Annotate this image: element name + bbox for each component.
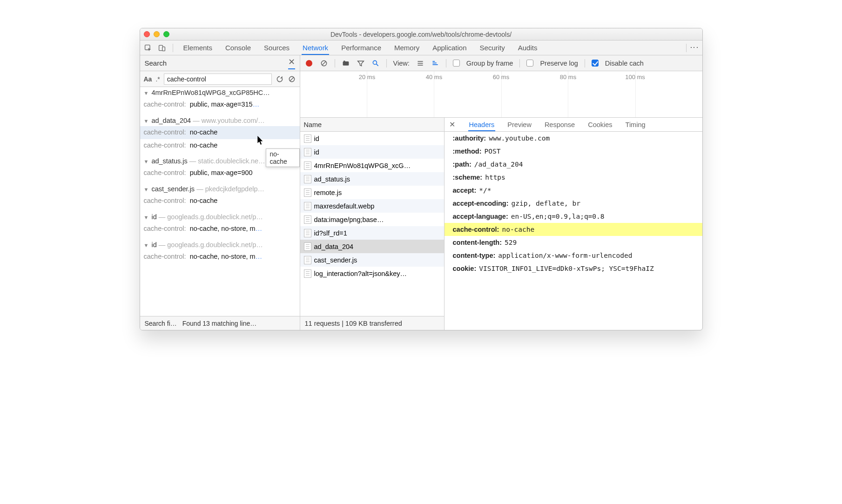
match-case-toggle[interactable]: Aa <box>144 75 152 83</box>
file-icon <box>304 175 311 183</box>
headers-list: :authority:www.youtube.com:method:POST:p… <box>445 132 702 330</box>
waterfall-tick: 80 ms <box>554 74 582 81</box>
network-panel: View: Group by frame Preserve log Disabl… <box>300 55 702 330</box>
header-row[interactable]: content-type:application/x-www-form-urle… <box>445 249 702 262</box>
record-button[interactable] <box>305 59 313 67</box>
tab-memory[interactable]: Memory <box>393 40 420 55</box>
header-row[interactable]: accept-encoding:gzip, deflate, br <box>445 197 702 210</box>
search-sidebar: Search ✕ Aa .* ▼ 4mrRnEPnWo81qWPG8_xcGP8… <box>140 55 300 330</box>
request-row[interactable]: id <box>300 145 444 159</box>
regex-toggle[interactable]: .* <box>155 75 160 83</box>
refresh-icon[interactable] <box>276 75 284 83</box>
file-icon <box>304 256 311 264</box>
search-result-line[interactable]: cache-control: public, max-age=900 <box>140 167 300 180</box>
header-row[interactable]: content-length:529 <box>445 236 702 249</box>
search-input[interactable] <box>164 74 272 85</box>
svg-line-6 <box>322 61 326 65</box>
svg-line-10 <box>376 64 378 66</box>
search-result-line[interactable]: cache-control: public, max-age=315… <box>140 98 300 111</box>
disable-cache-checkbox[interactable] <box>592 60 599 67</box>
request-row[interactable]: ad_status.js <box>300 172 444 186</box>
header-row[interactable]: :method:POST <box>445 145 702 158</box>
device-toolbar-icon[interactable] <box>158 44 166 52</box>
search-icon[interactable] <box>371 59 380 67</box>
search-header: Search ✕ <box>140 55 300 71</box>
tab-performance[interactable]: Performance <box>340 40 382 55</box>
search-result-line[interactable]: cache-control: no-cache <box>140 195 300 208</box>
devtools-window: DevTools - developers.google.com/web/too… <box>140 28 703 330</box>
tab-audits[interactable]: Audits <box>517 40 539 55</box>
more-menu-icon[interactable]: ⋮ <box>690 44 699 52</box>
clear-icon[interactable] <box>288 75 296 83</box>
search-result-file[interactable]: ▼ id — googleads.g.doubleclick.net/p… <box>140 239 300 250</box>
group-by-frame-label: Group by frame <box>466 60 513 67</box>
disable-cache-label: Disable cach <box>605 60 644 67</box>
filter-icon[interactable] <box>357 59 365 67</box>
inspect-icon[interactable] <box>144 44 152 52</box>
search-result-line[interactable]: cache-control: no-cache <box>140 126 300 139</box>
header-row[interactable]: cache-control:no-cache <box>445 223 702 236</box>
tab-elements[interactable]: Elements <box>182 40 214 55</box>
header-row[interactable]: accept-language:en-US,en;q=0.9,la;q=0.8 <box>445 210 702 223</box>
preserve-log-checkbox[interactable] <box>526 60 533 67</box>
tab-sources[interactable]: Sources <box>263 40 290 55</box>
waterfall-tick: 100 ms <box>621 74 649 81</box>
view-label: View: <box>393 60 410 67</box>
request-row[interactable]: cast_sender.js <box>300 253 444 267</box>
waterfall-tick: 40 ms <box>420 74 448 81</box>
file-icon <box>304 242 311 251</box>
search-footer-right: Found 13 matching line… <box>182 320 257 327</box>
request-row[interactable]: id?slf_rd=1 <box>300 226 444 240</box>
search-result-line[interactable]: cache-control: no-cache, no-store, m… <box>140 250 300 263</box>
main-toolbar: ElementsConsoleSourcesNetworkPerformance… <box>140 40 702 55</box>
large-rows-icon[interactable] <box>431 59 439 67</box>
search-result-line[interactable]: cache-control: no-cache, no-store, m… <box>140 222 300 235</box>
window-title: DevTools - developers.google.com/web/too… <box>140 31 702 38</box>
search-result-file[interactable]: ▼ cast_sender.js — pkedcjkdefgpdelp… <box>140 183 300 195</box>
tab-security[interactable]: Security <box>479 40 506 55</box>
header-row[interactable]: accept:*/* <box>445 184 702 197</box>
request-row[interactable]: maxresdefault.webp <box>300 199 444 213</box>
search-result-file[interactable]: ▼ 4mrRnEPnWo81qWPG8_xcGP85HC… <box>140 87 300 98</box>
svg-rect-7 <box>343 61 349 66</box>
details-tab-headers[interactable]: Headers <box>468 118 496 131</box>
details-tab-preview[interactable]: Preview <box>506 118 532 131</box>
details-tab-response[interactable]: Response <box>544 118 576 131</box>
clear-icon[interactable] <box>320 59 328 67</box>
waterfall-timeline[interactable]: 20 ms40 ms60 ms80 ms100 ms <box>300 71 702 118</box>
file-icon <box>304 188 311 197</box>
search-result-file[interactable]: ▼ ad_data_204 — www.youtube.com/… <box>140 115 300 126</box>
file-icon <box>304 161 311 170</box>
request-list-header[interactable]: Name <box>300 118 444 132</box>
details-tab-timing[interactable]: Timing <box>625 118 647 131</box>
preserve-log-label: Preserve log <box>540 60 578 67</box>
request-row[interactable]: ad_data_204 <box>300 240 444 253</box>
header-row[interactable]: :authority:www.youtube.com <box>445 132 702 145</box>
search-result-file[interactable]: ▼ id — googleads.g.doubleclick.net/p… <box>140 211 300 222</box>
group-by-frame-checkbox[interactable] <box>453 60 460 67</box>
file-icon <box>304 148 311 156</box>
request-list: Name idid4mrRnEPnWo81qWPG8_xcG…ad_status… <box>300 118 445 330</box>
close-icon[interactable]: ✕ <box>288 57 295 69</box>
request-row[interactable]: log_interaction?alt=json&key… <box>300 267 444 280</box>
file-icon <box>304 134 311 143</box>
tab-console[interactable]: Console <box>224 40 252 55</box>
waterfall-tick: 60 ms <box>487 74 515 81</box>
details-tab-cookies[interactable]: Cookies <box>587 118 613 131</box>
tab-application[interactable]: Application <box>431 40 467 55</box>
svg-rect-2 <box>162 47 165 51</box>
screenshot-icon[interactable] <box>342 59 350 67</box>
request-row[interactable]: remote.js <box>300 186 444 199</box>
request-row[interactable]: 4mrRnEPnWo81qWPG8_xcG… <box>300 159 444 172</box>
request-row[interactable]: id <box>300 132 444 145</box>
hover-tooltip: no-cache <box>266 148 300 167</box>
tab-network[interactable]: Network <box>302 40 329 55</box>
request-row[interactable]: data:image/png;base… <box>300 213 444 226</box>
header-row[interactable]: :path:/ad_data_204 <box>445 158 702 171</box>
header-row[interactable]: :scheme:https <box>445 171 702 184</box>
svg-line-4 <box>290 77 294 81</box>
close-details-icon[interactable]: ✕ <box>449 120 455 129</box>
list-view-icon[interactable] <box>416 59 424 67</box>
search-results: ▼ 4mrRnEPnWo81qWPG8_xcGP85HC…cache-contr… <box>140 87 300 316</box>
header-row[interactable]: cookie:VISITOR_INFO1_LIVE=dDk0-xTswPs; Y… <box>445 262 702 275</box>
